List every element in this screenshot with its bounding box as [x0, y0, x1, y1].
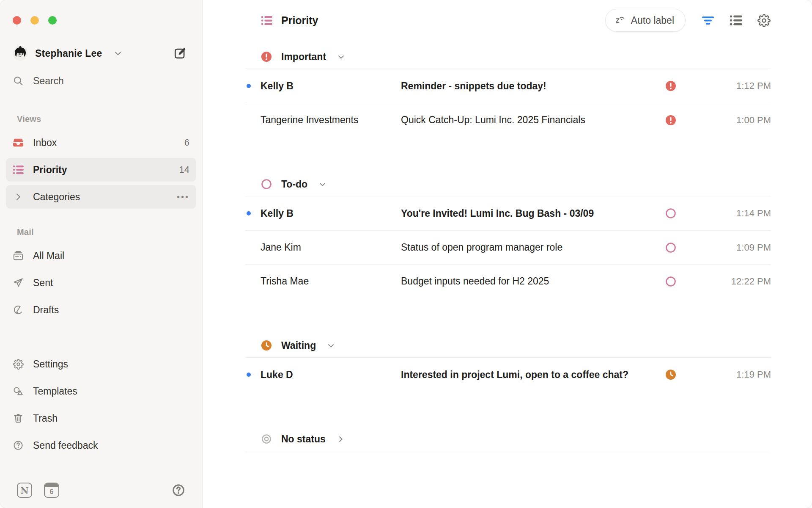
section-title: To-do: [281, 179, 307, 190]
sidebar-item-label: Drafts: [33, 304, 59, 316]
section-title: Waiting: [281, 340, 316, 351]
chevron-down-icon: [114, 49, 122, 58]
email-time: 12:22 PM: [700, 276, 771, 287]
sidebar-item-sent[interactable]: Sent: [6, 271, 196, 295]
list-view-icon[interactable]: [729, 13, 743, 28]
important-icon: [261, 51, 272, 62]
priority-list-icon: [261, 15, 272, 26]
section-todo: To-do Kelly B You're Invited! Lumi Inc. …: [245, 172, 771, 298]
calendar-icon[interactable]: 6: [44, 483, 59, 498]
section-header-todo[interactable]: To-do: [245, 172, 771, 196]
filter-icon[interactable]: [701, 13, 715, 28]
section-header-no-status[interactable]: No status: [245, 427, 771, 451]
window-controls: [0, 0, 202, 25]
account-name: Stephanie Lee: [35, 48, 102, 59]
avatar: [13, 46, 28, 61]
views-section-label: Views: [17, 114, 202, 124]
unread-dot: [247, 84, 251, 88]
status-todo-icon[interactable]: [665, 208, 676, 219]
status-todo-icon[interactable]: [665, 242, 676, 253]
auto-label-button[interactable]: Auto label: [605, 9, 686, 32]
minimize-window-button[interactable]: [30, 16, 39, 25]
compose-button[interactable]: [171, 44, 189, 63]
chevron-down-icon: [318, 180, 326, 188]
sidebar-item-priority[interactable]: Priority 14: [6, 158, 196, 182]
toolbar: Priority Auto label: [245, 0, 771, 41]
todo-icon: [261, 179, 272, 190]
sidebar: Stephanie Lee Search Views: [0, 0, 203, 508]
all-mail-icon: [13, 250, 24, 261]
shapes-icon: [13, 386, 24, 397]
email-row[interactable]: Kelly B You're Invited! Lumi Inc. Bug Ba…: [245, 196, 771, 230]
sidebar-item-settings[interactable]: Settings: [6, 352, 196, 376]
email-sender: Tangerine Investments: [261, 114, 401, 126]
email-time: 1:09 PM: [700, 242, 771, 253]
sidebar-item-all-mail[interactable]: All Mail: [6, 244, 196, 268]
email-row[interactable]: Tangerine Investments Quick Catch-Up: Lu…: [245, 103, 771, 137]
sidebar-item-label: Settings: [33, 359, 68, 370]
email-subject: You're Invited! Lumi Inc. Bug Bash - 03/…: [401, 208, 665, 219]
section-waiting: Waiting Luke D Interested in project Lum…: [245, 334, 771, 392]
section-title: No status: [281, 433, 326, 445]
email-time: 1:19 PM: [700, 369, 771, 380]
email-subject: Quick Catch-Up: Lumi Inc. 2025 Financial…: [401, 114, 665, 126]
sidebar-item-drafts[interactable]: Drafts: [6, 298, 196, 322]
sidebar-item-label: Inbox: [33, 137, 57, 149]
sidebar-item-trash[interactable]: Trash: [6, 406, 196, 430]
section-header-important[interactable]: Important: [245, 45, 771, 69]
search-icon: [13, 75, 24, 86]
status-todo-icon[interactable]: [665, 276, 676, 287]
auto-label-icon: [614, 15, 625, 26]
email-time: 1:14 PM: [700, 208, 771, 219]
inbox-icon: [13, 137, 24, 148]
categories-more-button[interactable]: •••: [177, 192, 189, 202]
trash-icon: [13, 413, 24, 424]
unread-dot: [247, 211, 251, 215]
email-time: 1:00 PM: [700, 115, 771, 126]
email-sender: Trisha Mae: [261, 276, 401, 287]
help-button[interactable]: [170, 482, 187, 499]
draft-pencil-icon: [13, 304, 24, 315]
calendar-day: 6: [50, 488, 54, 496]
sidebar-item-label: Templates: [33, 386, 77, 397]
page-title: Priority: [281, 14, 318, 27]
chevron-down-icon: [327, 342, 335, 350]
chevron-right-icon: [337, 435, 345, 443]
email-row[interactable]: Kelly B Reminder - snippets due today! 1…: [245, 69, 771, 103]
status-waiting-icon[interactable]: [665, 369, 676, 380]
email-sender: Jane Kim: [261, 242, 401, 253]
zoom-window-button[interactable]: [48, 16, 57, 25]
email-time: 1:12 PM: [700, 80, 771, 91]
search-button[interactable]: Search: [6, 70, 196, 91]
sidebar-item-inbox[interactable]: Inbox 6: [6, 131, 196, 155]
account-row: Stephanie Lee: [6, 43, 196, 64]
sidebar-item-templates[interactable]: Templates: [6, 379, 196, 403]
unread-dot: [247, 373, 251, 377]
status-important-icon[interactable]: [665, 80, 676, 91]
account-switcher[interactable]: Stephanie Lee: [13, 46, 122, 61]
sidebar-item-label: Trash: [33, 413, 58, 424]
chevron-down-icon: [337, 53, 345, 61]
email-row[interactable]: Jane Kim Status of open program manager …: [245, 230, 771, 264]
waiting-clock-icon: [261, 340, 272, 351]
email-row[interactable]: Trisha Mae Budget inputs needed for H2 2…: [245, 264, 771, 298]
email-subject: Reminder - snippets due today!: [401, 80, 665, 92]
auto-label-text: Auto label: [631, 15, 674, 26]
sidebar-item-categories[interactable]: Categories •••: [6, 185, 196, 209]
view-settings-gear-icon[interactable]: [757, 13, 771, 28]
sidebar-item-send-feedback[interactable]: Send feedback: [6, 433, 196, 457]
main-panel: Priority Auto label: [203, 0, 812, 508]
notion-glyph: N: [20, 485, 28, 496]
email-row[interactable]: Luke D Interested in project Lumi, open …: [245, 358, 771, 392]
section-header-waiting[interactable]: Waiting: [245, 334, 771, 357]
mail-section-label: Mail: [17, 227, 202, 237]
gear-icon: [13, 359, 24, 370]
search-label: Search: [33, 75, 64, 87]
notion-logo-icon[interactable]: N: [17, 483, 32, 498]
status-important-icon[interactable]: [665, 115, 676, 126]
app-window: Stephanie Lee Search Views: [0, 0, 812, 508]
email-sender: Luke D: [261, 369, 401, 381]
no-status-icon: [261, 433, 272, 444]
close-window-button[interactable]: [13, 16, 21, 25]
sidebar-item-label: Priority: [33, 164, 67, 176]
